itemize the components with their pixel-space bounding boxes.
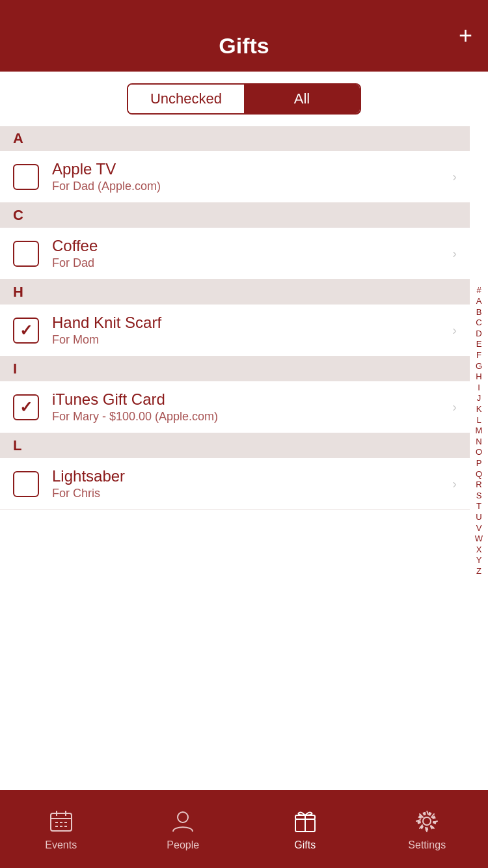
list-item[interactable]: ✓ Lightsaber For Chris › — [0, 458, 470, 510]
checkbox-apple-tv[interactable]: ✓ — [13, 164, 39, 190]
section-header-a: A — [0, 126, 470, 151]
tab-gifts[interactable]: Gifts — [244, 807, 366, 851]
chevron-right-icon: › — [452, 400, 457, 414]
item-title: Apple TV — [52, 160, 447, 178]
segment-control: Unchecked All — [0, 72, 488, 126]
gift-list: A ✓ Apple TV For Dad (Apple.com) › C ✓ C… — [0, 126, 488, 510]
alpha-o[interactable]: O — [476, 447, 482, 457]
alpha-w[interactable]: W — [475, 534, 483, 544]
alpha-z[interactable]: Z — [476, 566, 481, 576]
svg-point-10 — [178, 812, 188, 822]
alpha-j[interactable]: J — [477, 393, 481, 403]
list-item[interactable]: ✓ Hand Knit Scarf For Mom › — [0, 305, 470, 357]
alpha-g[interactable]: G — [476, 361, 482, 372]
alpha-t[interactable]: T — [476, 501, 481, 511]
list-item[interactable]: ✓ Apple TV For Dad (Apple.com) › — [0, 151, 470, 203]
tab-events-label: Events — [45, 839, 77, 851]
tab-people[interactable]: People — [122, 807, 245, 851]
segment-all[interactable]: All — [244, 85, 360, 113]
segment-wrapper: Unchecked All — [127, 83, 361, 115]
item-title: iTunes Gift Card — [52, 390, 447, 409]
list-item[interactable]: ✓ iTunes Gift Card For Mary - $100.00 (A… — [0, 381, 470, 433]
alpha-r[interactable]: R — [476, 480, 481, 490]
person-icon — [169, 807, 197, 835]
alpha-a[interactable]: A — [476, 296, 482, 306]
alpha-x[interactable]: X — [476, 545, 482, 555]
alpha-i[interactable]: I — [478, 383, 480, 393]
item-title: Hand Knit Scarf — [52, 314, 447, 332]
list-item[interactable]: ✓ Coffee For Dad › — [0, 228, 470, 280]
chevron-right-icon: › — [452, 246, 457, 261]
alpha-n[interactable]: N — [476, 437, 481, 447]
item-subtitle: For Mary - $100.00 (Apple.com) — [52, 410, 447, 424]
checkbox-itunes-gift-card[interactable]: ✓ — [13, 394, 39, 420]
gear-icon — [413, 807, 441, 835]
alpha-h[interactable]: H — [476, 372, 481, 382]
header: Gifts + — [0, 0, 488, 72]
section-header-i: I — [0, 357, 470, 381]
alpha-e[interactable]: E — [476, 339, 482, 349]
tab-people-label: People — [167, 839, 199, 851]
chevron-right-icon: › — [452, 323, 457, 338]
main-content: Unchecked All A ✓ Apple TV For Dad (Appl… — [0, 72, 488, 588]
tab-bar: Events People Gifts — [0, 790, 488, 868]
chevron-right-icon: › — [452, 476, 457, 491]
alphabet-index: # A B C D E F G H I J K L M N O P Q R S … — [470, 72, 488, 790]
tab-settings-label: Settings — [408, 839, 446, 851]
alpha-p[interactable]: P — [476, 458, 482, 468]
section-header-l: L — [0, 433, 470, 458]
calendar-icon — [47, 807, 75, 835]
tab-gifts-label: Gifts — [294, 839, 316, 851]
alpha-y[interactable]: Y — [476, 555, 482, 565]
item-subtitle: For Dad — [52, 256, 447, 270]
alpha-hash[interactable]: # — [476, 285, 481, 295]
alpha-f[interactable]: F — [476, 350, 481, 360]
alpha-l[interactable]: L — [476, 415, 481, 426]
alpha-u[interactable]: U — [476, 512, 481, 522]
checkbox-lightsaber[interactable]: ✓ — [13, 471, 39, 497]
checkbox-coffee[interactable]: ✓ — [13, 241, 39, 267]
alpha-c[interactable]: C — [476, 318, 481, 328]
alpha-m[interactable]: M — [476, 426, 483, 436]
page-title: Gifts — [219, 33, 269, 59]
gift-icon — [291, 807, 319, 835]
alpha-s[interactable]: S — [476, 491, 482, 501]
alpha-k[interactable]: K — [476, 404, 482, 414]
alpha-q[interactable]: Q — [476, 469, 482, 480]
tab-events[interactable]: Events — [0, 807, 122, 851]
item-title: Lightsaber — [52, 467, 447, 485]
chevron-right-icon: › — [452, 169, 457, 184]
alpha-v[interactable]: V — [476, 523, 482, 534]
item-title: Coffee — [52, 237, 447, 255]
checkbox-hand-knit-scarf[interactable]: ✓ — [13, 318, 39, 344]
tab-settings[interactable]: Settings — [366, 807, 489, 851]
item-subtitle: For Dad (Apple.com) — [52, 180, 447, 193]
alpha-d[interactable]: D — [476, 329, 481, 339]
alpha-b[interactable]: B — [476, 307, 482, 318]
section-header-c: C — [0, 203, 470, 228]
section-header-h: H — [0, 280, 470, 305]
item-subtitle: For Chris — [52, 487, 447, 500]
item-subtitle: For Mom — [52, 333, 447, 347]
segment-unchecked[interactable]: Unchecked — [128, 85, 244, 113]
svg-point-14 — [423, 817, 431, 825]
add-gift-button[interactable]: + — [459, 24, 472, 47]
